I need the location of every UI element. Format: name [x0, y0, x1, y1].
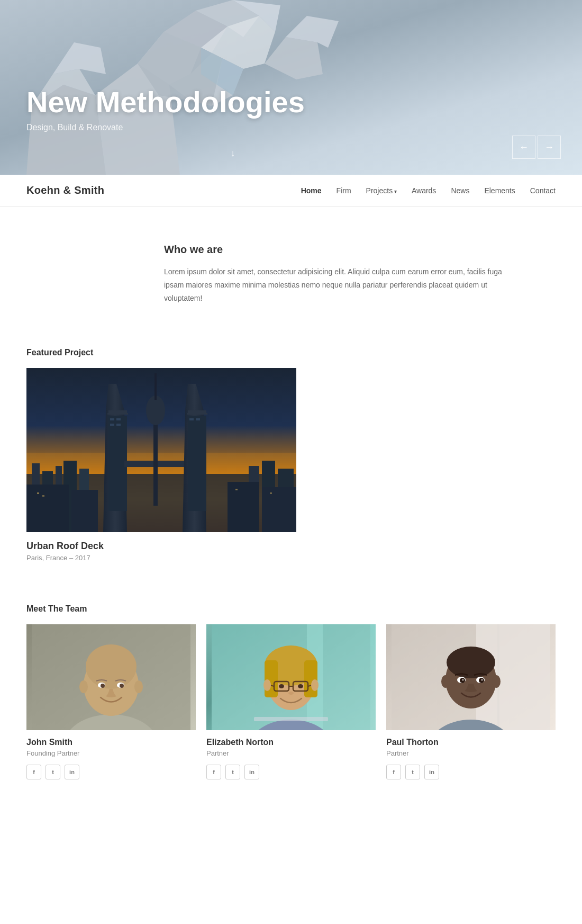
who-we-are-body: Lorem ipsum dolor sit amet, consectetur … [164, 265, 503, 306]
svg-point-93 [447, 647, 495, 678]
svg-rect-41 [189, 418, 194, 420]
hero-content: New Methodologies Design, Build & Renova… [26, 86, 305, 132]
hero-section: ↓ New Methodologies Design, Build & Reno… [0, 0, 582, 175]
svg-point-81 [298, 684, 303, 688]
svg-rect-40 [188, 416, 206, 511]
svg-rect-48 [228, 482, 259, 532]
svg-point-64 [79, 680, 88, 693]
svg-rect-49 [262, 487, 296, 532]
svg-point-84 [311, 679, 319, 691]
svg-rect-73 [265, 660, 278, 697]
svg-point-101 [492, 675, 501, 688]
svg-point-98 [462, 679, 464, 680]
featured-project-label: Featured Project [26, 348, 556, 357]
team-grid: John Smith Founding Partner f t in [26, 624, 556, 779]
hero-next-button[interactable]: → [538, 136, 561, 159]
social-facebook-paul[interactable]: f [386, 765, 401, 779]
svg-rect-45 [154, 373, 157, 400]
hero-subtitle: Design, Build & Renovate [26, 123, 305, 132]
social-twitter-john[interactable]: t [46, 765, 60, 779]
main-content: Who we are Lorem ipsum dolor sit amet, c… [0, 207, 582, 811]
team-card-john: John Smith Founding Partner f t in [26, 624, 196, 779]
svg-point-82 [288, 692, 294, 695]
svg-text:↓: ↓ [231, 148, 235, 158]
team-photo-paul [386, 624, 556, 730]
svg-point-83 [263, 679, 271, 691]
team-social-elizabeth: f t in [206, 765, 376, 779]
hero-prev-button[interactable]: ← [512, 136, 535, 159]
team-role-paul: Partner [386, 749, 556, 757]
svg-rect-32 [110, 418, 114, 420]
nav-item-news[interactable]: News [451, 186, 469, 195]
svg-rect-34 [110, 424, 114, 426]
svg-rect-52 [235, 489, 238, 490]
svg-rect-50 [37, 492, 39, 494]
face-paul-svg [386, 624, 556, 730]
project-title: Urban Roof Deck [26, 541, 556, 552]
team-name-paul: Paul Thorton [386, 738, 556, 747]
svg-point-80 [279, 684, 284, 688]
svg-rect-31 [108, 416, 127, 511]
meet-team-section: Meet The Team [26, 594, 556, 811]
svg-rect-39 [187, 413, 207, 415]
nav-item-home[interactable]: Home [301, 186, 322, 195]
who-we-are-section: Who we are Lorem ipsum dolor sit amet, c… [26, 207, 503, 337]
nav-item-projects[interactable]: Projects [366, 186, 397, 195]
svg-point-65 [134, 680, 143, 693]
team-role-elizabeth: Partner [206, 749, 376, 757]
team-name-john: John Smith [26, 738, 196, 747]
hero-navigation: ← → [512, 136, 561, 159]
face-john-svg [26, 624, 196, 730]
nav-item-contact[interactable]: Contact [530, 186, 556, 195]
who-we-are-heading: Who we are [164, 244, 503, 256]
svg-point-99 [481, 679, 483, 680]
nav-item-firm[interactable]: Firm [337, 186, 351, 195]
face-elizabeth-svg [206, 624, 376, 730]
svg-rect-42 [196, 418, 200, 420]
social-linkedin-paul[interactable]: in [424, 765, 439, 779]
meet-team-label: Meet The Team [26, 604, 556, 614]
project-caption: Urban Roof Deck Paris, France – 2017 [26, 541, 556, 562]
team-role-john: Founding Partner [26, 749, 196, 757]
svg-point-59 [86, 644, 137, 689]
team-social-paul: f t in [386, 765, 556, 779]
city-skyline-svg [26, 368, 296, 532]
navbar: Koehn & Smith Home Firm Projects Awards … [0, 175, 582, 207]
svg-point-62 [101, 684, 105, 688]
svg-rect-47 [71, 490, 98, 532]
team-name-elizabeth: Elizabeth Norton [206, 738, 376, 747]
svg-rect-74 [304, 660, 317, 697]
social-twitter-elizabeth[interactable]: t [225, 765, 240, 779]
team-photo-elizabeth [206, 624, 376, 730]
svg-rect-29 [108, 410, 127, 413]
svg-point-100 [441, 675, 450, 688]
team-card-elizabeth: Elizabeth Norton Partner f t in [206, 624, 376, 779]
social-facebook-john[interactable]: f [26, 765, 41, 779]
social-twitter-paul[interactable]: t [405, 765, 420, 779]
featured-project-section: Featured Project [26, 337, 556, 594]
svg-rect-51 [42, 495, 44, 497]
featured-project-image[interactable] [26, 368, 296, 532]
svg-rect-46 [26, 485, 69, 532]
svg-rect-85 [254, 717, 328, 721]
team-social-john: f t in [26, 765, 196, 779]
navbar-brand[interactable]: Koehn & Smith [26, 184, 104, 196]
svg-point-63 [120, 684, 124, 688]
social-linkedin-john[interactable]: in [65, 765, 79, 779]
team-card-paul: Paul Thorton Partner f t in [386, 624, 556, 779]
project-meta: Paris, France – 2017 [26, 554, 556, 562]
hero-title: New Methodologies [26, 86, 305, 119]
navbar-nav: Home Firm Projects Awards News Elements … [301, 186, 556, 195]
svg-rect-53 [270, 492, 272, 494]
team-photo-john [26, 624, 196, 730]
social-linkedin-elizabeth[interactable]: in [244, 765, 259, 779]
svg-rect-35 [116, 424, 121, 426]
nav-item-awards[interactable]: Awards [412, 186, 436, 195]
svg-rect-33 [116, 418, 121, 420]
svg-point-44 [146, 396, 165, 425]
nav-item-elements[interactable]: Elements [484, 186, 515, 195]
svg-rect-38 [188, 410, 206, 413]
social-facebook-elizabeth[interactable]: f [206, 765, 221, 779]
svg-rect-30 [107, 413, 128, 415]
